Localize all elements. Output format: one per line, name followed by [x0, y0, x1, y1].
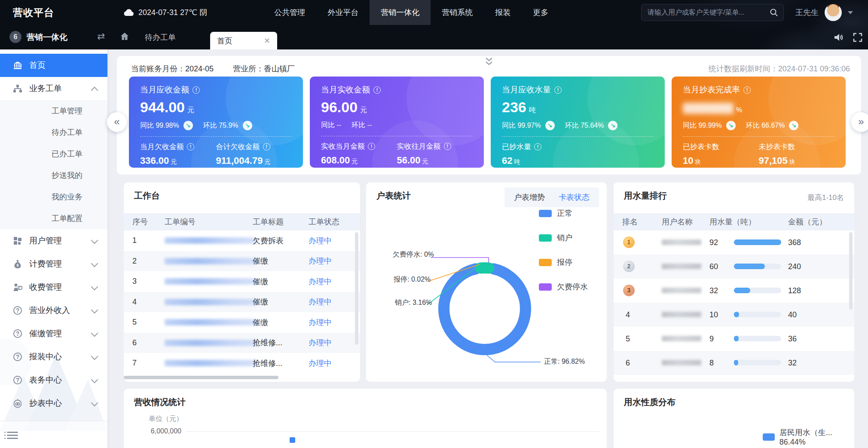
info-icon[interactable]: !	[534, 143, 541, 150]
legend-item-0[interactable]: 正常	[539, 208, 572, 218]
top-nav-4[interactable]: 报装	[484, 0, 522, 25]
refresh-label: 统计数据刷新时间：	[709, 64, 778, 73]
avatar[interactable]	[825, 4, 842, 21]
kpi-submetric: 已抄表卡数 10 块	[683, 142, 759, 166]
order-status-link[interactable]: 办理中	[309, 358, 332, 368]
ranking-row-3[interactable]: 4 10 40	[614, 303, 854, 327]
top-nav-0[interactable]: 公共管理	[263, 0, 316, 25]
legend-item-1[interactable]: 销户	[539, 233, 572, 243]
home-icon[interactable]	[119, 31, 130, 42]
sidebar-subitem-2[interactable]: 已办工单	[0, 143, 107, 165]
legend-item-2[interactable]: 报停	[539, 257, 572, 267]
sidebar-item-2[interactable]: 用户管理	[0, 229, 107, 252]
top-nav-menu: 公共管理外业平台营销一体化营销系统报装更多	[263, 0, 559, 25]
water-nature-title: 用水性质分布	[624, 396, 675, 408]
redacted-order-no	[165, 360, 257, 366]
workbench-row-1[interactable]: 2 催缴 办理中	[124, 251, 360, 272]
global-search[interactable]	[641, 4, 784, 21]
search-icon[interactable]	[770, 8, 778, 17]
sidebar-subitem-1[interactable]: 待办工单	[0, 122, 107, 143]
meter-stats-card: 户表统计 户表增势 卡表状态 欠费停水: 0%报停: 0.02%销户: 3.16…	[366, 182, 607, 382]
sidebar-item-5[interactable]: ? 营业外收入	[0, 299, 107, 322]
order-status-link[interactable]: 办理中	[309, 317, 332, 328]
close-tab-icon[interactable]: ✕	[264, 36, 270, 46]
order-status-link[interactable]: 办理中	[309, 256, 332, 266]
kpi-submetric: 未抄表卡数 97,105 块	[759, 142, 835, 166]
collapse-panel-icon[interactable]	[483, 57, 495, 67]
ranking-row-0[interactable]: 1 92 368	[614, 230, 854, 255]
ranking-vscrollbar[interactable]	[849, 232, 853, 310]
trend-down-icon: ↘	[789, 121, 798, 130]
fullscreen-icon[interactable]	[853, 32, 863, 43]
legend-item-3[interactable]: 欠费停水	[539, 282, 588, 292]
header-bar: 营收平台 2024-07-31 27℃ 阴 公共管理外业平台营销一体化营销系统报…	[0, 0, 868, 49]
info-icon[interactable]: !	[444, 143, 451, 150]
top-nav-1[interactable]: 外业平台	[316, 0, 370, 25]
sidebar-item-4[interactable]: 收费管理	[0, 276, 107, 299]
workbench-row-2[interactable]: 3 催缴 办理中	[124, 271, 360, 292]
sidebar-item-0[interactable]: 首页	[0, 54, 107, 77]
info-icon[interactable]: !	[368, 143, 375, 150]
user-menu-caret-icon[interactable]	[848, 11, 853, 14]
carousel-next-button[interactable]: »	[851, 112, 868, 132]
collapse-menu-icon[interactable]	[7, 430, 18, 439]
sidebar-subitem-4[interactable]: 我的业务	[0, 186, 107, 208]
ranking-row-5[interactable]: 6 8 32	[614, 351, 854, 375]
speaker-icon[interactable]	[833, 32, 844, 43]
workbench-hscrollbar[interactable]	[124, 376, 278, 379]
carousel-prev-button[interactable]: «	[107, 112, 127, 132]
sidebar-item-7[interactable]: ? 报装中心	[0, 345, 107, 368]
question-icon: ?	[13, 375, 22, 385]
info-icon[interactable]: !	[743, 86, 751, 94]
kpi-trend: 同比 99.97%↘环比 75.64%↘	[502, 121, 654, 130]
workbench-vscrollbar[interactable]	[355, 232, 358, 345]
search-input[interactable]	[647, 8, 770, 17]
tab-todo-orders[interactable]: 待办工单	[145, 32, 176, 43]
app-logo: 营收平台	[13, 6, 54, 19]
kpi-submetric: 当月欠收金额! 336.00 元	[140, 142, 216, 166]
info-icon[interactable]: !	[187, 143, 194, 150]
workbench-row-4[interactable]: 5 催缴 办理中	[124, 312, 360, 333]
sidebar-item-6[interactable]: ? 催缴管理	[0, 322, 107, 345]
redacted-user-name	[662, 288, 701, 293]
kpi-submetric: 实收往月金额! 56.00 元	[397, 141, 473, 166]
ranking-row-6[interactable]: 7	[614, 375, 854, 382]
top-nav-2[interactable]: 营销一体化	[370, 0, 431, 25]
top-nav-5[interactable]: 更多	[522, 0, 559, 25]
redacted-user-name	[662, 312, 701, 317]
info-icon[interactable]: !	[373, 86, 381, 94]
workbench-row-3[interactable]: 4 催缴 办理中	[124, 292, 360, 313]
sidebar-subitem-0[interactable]: 工单管理	[0, 100, 107, 122]
ranking-range-note: 最高1-10名	[807, 193, 844, 203]
swap-tabs-icon[interactable]: ⇄	[97, 31, 105, 42]
sidebar-subitem-5[interactable]: 工单配置	[0, 208, 107, 229]
order-status-link[interactable]: 办理中	[309, 276, 332, 287]
weather-widget: 2024-07-31 27℃ 阴	[123, 7, 207, 18]
ranking-row-2[interactable]: 3 32 128	[614, 279, 854, 303]
order-status-link[interactable]: 办理中	[309, 338, 332, 348]
username[interactable]: 王先生	[795, 7, 819, 18]
water-nature-legend-item[interactable]: 居民用水（生... 86.44%	[763, 427, 854, 447]
sidebar-item-3[interactable]: $ 计费管理	[0, 252, 107, 276]
trend-down-icon: ↘	[726, 121, 736, 130]
tab-home-active[interactable]: 首页 ✕	[210, 32, 277, 49]
ranking-row-4[interactable]: 5 9 36	[614, 327, 854, 351]
legend-label: 居民用水（生... 86.44%	[779, 427, 854, 447]
redacted-order-no	[165, 340, 257, 346]
info-icon[interactable]: !	[263, 143, 270, 150]
sidebar-item-8[interactable]: ? 表务中心	[0, 368, 107, 392]
account-period: 当前账务月份：2024-05 营业所：香山镇厂	[131, 64, 295, 74]
order-status-link[interactable]: 办理中	[309, 236, 332, 246]
sidebar-item-1[interactable]: 业务工单	[0, 77, 107, 100]
cashier-icon	[13, 282, 22, 292]
workbench-row-0[interactable]: 1 欠费拆表 办理中	[124, 230, 360, 251]
ranking-row-1[interactable]: 2 60 240	[614, 255, 854, 279]
top-nav-3[interactable]: 营销系统	[431, 0, 484, 25]
order-status-link[interactable]: 办理中	[309, 297, 332, 307]
workbench-row-5[interactable]: 6 抢维修... 办理中	[124, 333, 360, 353]
workbench-row-6[interactable]: 7 抢维修... 办理中	[124, 353, 360, 374]
sidebar-item-9[interactable]: 抄表中心	[0, 392, 107, 415]
sidebar-subitem-3[interactable]: 抄送我的	[0, 165, 107, 186]
info-icon[interactable]: !	[554, 86, 562, 94]
info-icon[interactable]: !	[193, 86, 200, 94]
